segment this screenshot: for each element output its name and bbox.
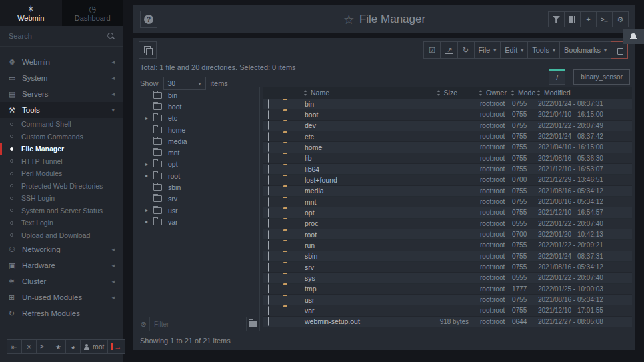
tree-item[interactable]: ▸ media [137, 135, 259, 147]
toolbar-menu-button[interactable]: Bookmarks ▾ [559, 41, 611, 59]
toolbar-menu-button[interactable]: Edit ▾ [500, 41, 528, 59]
file-name[interactable]: webmin-setup.out [298, 317, 397, 325]
tree-item[interactable]: ▸ boot [137, 101, 259, 112]
table-row[interactable]: opt root:root 0755 2021/12/10 - 16:54:57 [263, 207, 632, 218]
tab-webmin[interactable]: ✳ Webmin [0, 0, 62, 26]
tree-item[interactable]: ▸ root [137, 170, 259, 181]
table-row[interactable]: etc root:root 0755 2022/01/24 - 08:37:42 [263, 131, 632, 142]
table-row[interactable]: lib root:root 0755 2021/08/16 - 05:36:30 [263, 153, 632, 164]
search-input[interactable] [9, 32, 107, 40]
palette-button[interactable]: ◕ [65, 339, 81, 354]
file-name[interactable]: dev [298, 121, 397, 129]
file-name[interactable]: usr [298, 296, 397, 304]
sidebar-item[interactable]: Perl Modules [0, 167, 123, 180]
sidebar-item[interactable]: Custom Commands [0, 131, 123, 143]
sidebar-item[interactable]: File Manager [0, 143, 123, 155]
tree-item[interactable]: ▸ home [137, 124, 259, 135]
tree-item[interactable]: ▸ bin [137, 89, 259, 101]
sidebar-category[interactable]: ▤ Servers ◂ [0, 86, 123, 102]
table-row[interactable]: root root:root 0700 2022/01/20 - 10:42:1… [263, 229, 632, 240]
table-row[interactable]: home root:root 0755 2021/04/10 - 16:15:0… [263, 142, 632, 153]
tree-item[interactable]: ▸ opt [137, 159, 259, 170]
file-name[interactable]: home [298, 143, 397, 151]
file-name[interactable]: etc [298, 133, 397, 141]
row-checkbox[interactable] [268, 317, 269, 326]
row-checkbox[interactable] [268, 175, 269, 185]
table-row[interactable]: bin root:root 0755 2022/01/24 - 08:37:31 [263, 99, 632, 109]
row-checkbox[interactable] [268, 219, 269, 228]
terminal-button[interactable]: >_ [36, 339, 51, 354]
tree-item[interactable]: ▸ etc [137, 113, 259, 124]
shell-button[interactable]: >_ [596, 11, 613, 27]
theme-button[interactable]: ☀ [21, 339, 37, 354]
tree-directories-button[interactable] [246, 317, 259, 331]
table-row[interactable]: mnt root:root 0755 2021/08/16 - 05:34:12 [263, 197, 632, 207]
copy-path-button[interactable] [139, 41, 157, 59]
table-row[interactable]: media root:root 0755 2021/08/16 - 05:34:… [263, 186, 632, 197]
file-name[interactable]: lib64 [298, 165, 397, 173]
file-name[interactable]: var [298, 307, 397, 315]
tree-item[interactable]: ▸ usr [137, 205, 259, 216]
table-row[interactable]: lost+found root:root 0700 2021/12/29 - 1… [263, 175, 632, 185]
row-checkbox[interactable] [268, 110, 269, 119]
table-row[interactable]: proc root:root 0555 2022/01/22 - 20:07:4… [263, 219, 632, 229]
row-checkbox[interactable] [268, 165, 269, 174]
toolbar-menu-button[interactable]: Tools ▾ [527, 41, 560, 59]
clear-filter-icon[interactable]: ⊗ [137, 320, 149, 329]
file-name[interactable]: lost+found [298, 176, 397, 184]
file-name[interactable]: proc [298, 219, 397, 227]
file-name[interactable]: opt [298, 209, 397, 217]
row-checkbox[interactable] [268, 143, 269, 152]
add-button[interactable]: + [580, 11, 597, 27]
table-row[interactable]: usr root:root 0755 2021/08/16 - 05:34:12 [263, 295, 632, 305]
sidebar-category[interactable]: ≋ Cluster ◂ [0, 273, 123, 289]
table-row[interactable]: srv root:root 0755 2021/08/16 - 05:34:12 [263, 262, 632, 273]
breadcrumb-root-button[interactable]: / [549, 69, 565, 85]
file-name[interactable]: root [298, 231, 397, 239]
filter-button[interactable] [548, 11, 565, 27]
table-row[interactable]: run root:root 0755 2022/01/22 - 20:09:21 [263, 240, 632, 251]
file-name[interactable]: srv [298, 263, 397, 271]
settings-button[interactable]: ⚙ [612, 11, 629, 27]
column-header-name[interactable]: Name [298, 89, 397, 97]
file-name[interactable]: media [298, 187, 397, 195]
expand-arrow-icon[interactable]: ▸ [142, 173, 151, 179]
breadcrumb-chip[interactable]: binary_sensor [573, 69, 630, 85]
expand-arrow-icon[interactable]: ▸ [142, 207, 151, 213]
row-checkbox[interactable] [268, 263, 269, 272]
column-header-size[interactable]: Size [397, 89, 473, 97]
toolbar-menu-button[interactable]: File ▾ [474, 41, 501, 59]
row-checkbox[interactable] [268, 306, 269, 315]
share-button[interactable]: ↗ [440, 41, 457, 59]
column-header-owner[interactable]: Owner [473, 89, 510, 97]
column-header-modified[interactable]: Modified [535, 89, 632, 97]
sidebar-category-tools[interactable]: ⚒ Tools ▾ [0, 102, 123, 118]
sidebar-category[interactable]: ▣ Hardware ◂ [0, 257, 123, 273]
row-checkbox[interactable] [268, 251, 269, 261]
row-checkbox[interactable] [268, 295, 269, 305]
favorites-button[interactable]: ★ [51, 339, 66, 354]
file-name[interactable]: sbin [298, 252, 397, 260]
row-checkbox[interactable] [268, 230, 269, 239]
table-row[interactable]: webmin-setup.out 918 bytes root:root 064… [263, 317, 632, 327]
tree-filter-input[interactable] [149, 317, 246, 331]
select-all-button[interactable]: ☑ [423, 41, 441, 59]
file-name[interactable]: sys [298, 274, 397, 282]
table-row[interactable]: tmp root:root 1777 2022/01/25 - 10:00:03 [263, 284, 632, 295]
tree-item[interactable]: ▸ mnt [137, 147, 259, 158]
table-row[interactable]: dev root:root 0755 2022/01/22 - 20:07:49 [263, 121, 632, 131]
file-name[interactable]: mnt [298, 198, 397, 206]
table-row[interactable]: sbin root:root 0755 2022/01/24 - 08:37:3… [263, 251, 632, 262]
favorite-star-icon[interactable]: ☆ [343, 12, 355, 27]
expand-arrow-icon[interactable]: ▸ [142, 161, 151, 167]
tree-item[interactable]: ▸ sbin [137, 181, 259, 193]
columns-button[interactable] [564, 11, 581, 27]
logout-button[interactable]: → [107, 339, 125, 354]
row-checkbox[interactable] [268, 197, 269, 207]
help-button[interactable]: ? [140, 11, 157, 28]
table-row[interactable]: sys root:root 0555 2022/01/22 - 20:07:40 [263, 273, 632, 283]
file-name[interactable]: boot [298, 111, 397, 119]
file-name[interactable]: bin [298, 100, 397, 108]
file-name[interactable]: tmp [298, 285, 397, 293]
refresh-button[interactable]: ↻ [457, 41, 475, 59]
